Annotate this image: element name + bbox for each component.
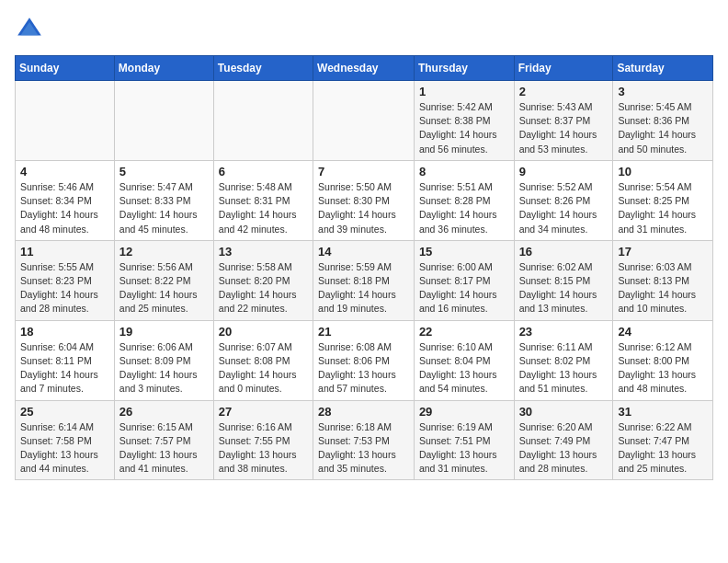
day-number: 29 [419,405,509,419]
day-cell: 3Sunrise: 5:45 AM Sunset: 8:36 PM Daylig… [613,81,713,161]
day-number: 30 [519,405,609,419]
day-cell: 30Sunrise: 6:20 AM Sunset: 7:49 PM Dayli… [514,400,613,480]
day-cell: 23Sunrise: 6:11 AM Sunset: 8:02 PM Dayli… [514,320,613,400]
day-info: Sunrise: 5:54 AM Sunset: 8:25 PM Dayligh… [618,180,708,236]
day-number: 15 [419,245,509,259]
day-cell: 4Sunrise: 5:46 AM Sunset: 8:34 PM Daylig… [16,160,115,240]
day-number: 9 [519,165,609,178]
weekday-header-monday: Monday [114,56,213,81]
day-number: 20 [219,325,308,339]
day-number: 14 [318,245,409,259]
day-cell: 25Sunrise: 6:14 AM Sunset: 7:58 PM Dayli… [16,400,115,480]
week-row-2: 4Sunrise: 5:46 AM Sunset: 8:34 PM Daylig… [16,160,713,240]
weekday-header-sunday: Sunday [16,56,115,81]
day-info: Sunrise: 6:02 AM Sunset: 8:15 PM Dayligh… [519,260,609,316]
day-info: Sunrise: 5:58 AM Sunset: 8:20 PM Dayligh… [219,260,308,316]
day-info: Sunrise: 5:55 AM Sunset: 8:23 PM Dayligh… [20,260,109,316]
weekday-header-thursday: Thursday [414,56,514,81]
day-info: Sunrise: 5:52 AM Sunset: 8:26 PM Dayligh… [519,180,609,236]
day-info: Sunrise: 6:07 AM Sunset: 8:08 PM Dayligh… [219,340,308,396]
week-row-3: 11Sunrise: 5:55 AM Sunset: 8:23 PM Dayli… [16,240,713,320]
day-info: Sunrise: 6:00 AM Sunset: 8:17 PM Dayligh… [419,260,509,316]
day-info: Sunrise: 6:15 AM Sunset: 7:57 PM Dayligh… [119,420,209,477]
day-cell: 18Sunrise: 6:04 AM Sunset: 8:11 PM Dayli… [16,320,115,400]
day-info: Sunrise: 5:50 AM Sunset: 8:30 PM Dayligh… [318,180,409,236]
day-number: 17 [618,245,708,259]
day-cell: 13Sunrise: 5:58 AM Sunset: 8:20 PM Dayli… [213,240,313,320]
day-number: 1 [419,85,509,98]
day-cell: 28Sunrise: 6:18 AM Sunset: 7:53 PM Dayli… [313,400,415,480]
day-info: Sunrise: 6:06 AM Sunset: 8:09 PM Dayligh… [119,340,209,396]
week-row-1: 1Sunrise: 5:42 AM Sunset: 8:38 PM Daylig… [16,81,713,161]
day-info: Sunrise: 5:59 AM Sunset: 8:18 PM Dayligh… [318,260,409,316]
day-number: 31 [618,405,708,419]
weekday-header-row: SundayMondayTuesdayWednesdayThursdayFrid… [16,56,713,81]
day-number: 19 [119,325,209,339]
day-cell: 11Sunrise: 5:55 AM Sunset: 8:23 PM Dayli… [16,240,115,320]
day-number: 13 [219,245,308,259]
day-number: 5 [119,165,209,178]
day-info: Sunrise: 6:08 AM Sunset: 8:06 PM Dayligh… [318,340,409,396]
day-cell: 19Sunrise: 6:06 AM Sunset: 8:09 PM Dayli… [114,320,213,400]
day-info: Sunrise: 6:18 AM Sunset: 7:53 PM Dayligh… [318,420,409,477]
week-row-4: 18Sunrise: 6:04 AM Sunset: 8:11 PM Dayli… [16,320,713,400]
logo-icon [15,15,44,44]
day-cell: 26Sunrise: 6:15 AM Sunset: 7:57 PM Dayli… [114,400,213,480]
page-header [15,15,713,44]
day-cell: 5Sunrise: 5:47 AM Sunset: 8:33 PM Daylig… [114,160,213,240]
day-number: 28 [318,405,409,419]
day-info: Sunrise: 6:22 AM Sunset: 7:47 PM Dayligh… [618,420,708,477]
day-cell [313,81,415,161]
day-cell [16,81,115,161]
day-number: 8 [419,165,509,178]
day-cell: 12Sunrise: 5:56 AM Sunset: 8:22 PM Dayli… [114,240,213,320]
day-info: Sunrise: 6:03 AM Sunset: 8:13 PM Dayligh… [618,260,708,316]
day-cell: 21Sunrise: 6:08 AM Sunset: 8:06 PM Dayli… [313,320,415,400]
day-number: 3 [618,85,708,98]
day-cell: 10Sunrise: 5:54 AM Sunset: 8:25 PM Dayli… [613,160,713,240]
day-cell: 16Sunrise: 6:02 AM Sunset: 8:15 PM Dayli… [514,240,613,320]
day-cell: 7Sunrise: 5:50 AM Sunset: 8:30 PM Daylig… [313,160,415,240]
day-cell: 24Sunrise: 6:12 AM Sunset: 8:00 PM Dayli… [613,320,713,400]
day-info: Sunrise: 5:46 AM Sunset: 8:34 PM Dayligh… [20,180,109,236]
day-info: Sunrise: 6:19 AM Sunset: 7:51 PM Dayligh… [419,420,509,477]
day-info: Sunrise: 6:12 AM Sunset: 8:00 PM Dayligh… [618,340,708,396]
day-number: 22 [419,325,509,339]
weekday-header-wednesday: Wednesday [313,56,415,81]
weekday-header-friday: Friday [514,56,613,81]
day-number: 10 [618,165,708,178]
day-info: Sunrise: 5:47 AM Sunset: 8:33 PM Dayligh… [119,180,209,236]
day-cell: 2Sunrise: 5:43 AM Sunset: 8:37 PM Daylig… [514,81,613,161]
day-info: Sunrise: 6:11 AM Sunset: 8:02 PM Dayligh… [519,340,609,396]
day-cell [213,81,313,161]
day-number: 26 [119,405,209,419]
day-cell: 1Sunrise: 5:42 AM Sunset: 8:38 PM Daylig… [414,81,514,161]
weekday-header-tuesday: Tuesday [213,56,313,81]
day-cell: 9Sunrise: 5:52 AM Sunset: 8:26 PM Daylig… [514,160,613,240]
day-cell: 15Sunrise: 6:00 AM Sunset: 8:17 PM Dayli… [414,240,514,320]
day-number: 21 [318,325,409,339]
weekday-header-saturday: Saturday [613,56,713,81]
day-number: 23 [519,325,609,339]
day-number: 7 [318,165,409,178]
day-number: 18 [20,325,109,339]
day-cell: 14Sunrise: 5:59 AM Sunset: 8:18 PM Dayli… [313,240,415,320]
calendar-table: SundayMondayTuesdayWednesdayThursdayFrid… [15,55,713,480]
day-info: Sunrise: 6:04 AM Sunset: 8:11 PM Dayligh… [20,340,109,396]
day-number: 16 [519,245,609,259]
day-info: Sunrise: 6:14 AM Sunset: 7:58 PM Dayligh… [20,420,109,477]
day-info: Sunrise: 5:51 AM Sunset: 8:28 PM Dayligh… [419,180,509,236]
day-info: Sunrise: 5:56 AM Sunset: 8:22 PM Dayligh… [119,260,209,316]
day-info: Sunrise: 6:20 AM Sunset: 7:49 PM Dayligh… [519,420,609,477]
day-cell: 22Sunrise: 6:10 AM Sunset: 8:04 PM Dayli… [414,320,514,400]
day-number: 6 [219,165,308,178]
day-cell: 17Sunrise: 6:03 AM Sunset: 8:13 PM Dayli… [613,240,713,320]
day-info: Sunrise: 6:10 AM Sunset: 8:04 PM Dayligh… [419,340,509,396]
week-row-5: 25Sunrise: 6:14 AM Sunset: 7:58 PM Dayli… [16,400,713,480]
day-cell: 27Sunrise: 6:16 AM Sunset: 7:55 PM Dayli… [213,400,313,480]
day-info: Sunrise: 6:16 AM Sunset: 7:55 PM Dayligh… [219,420,308,477]
day-number: 27 [219,405,308,419]
day-number: 2 [519,85,609,98]
day-number: 25 [20,405,109,419]
day-info: Sunrise: 5:42 AM Sunset: 8:38 PM Dayligh… [419,100,509,156]
